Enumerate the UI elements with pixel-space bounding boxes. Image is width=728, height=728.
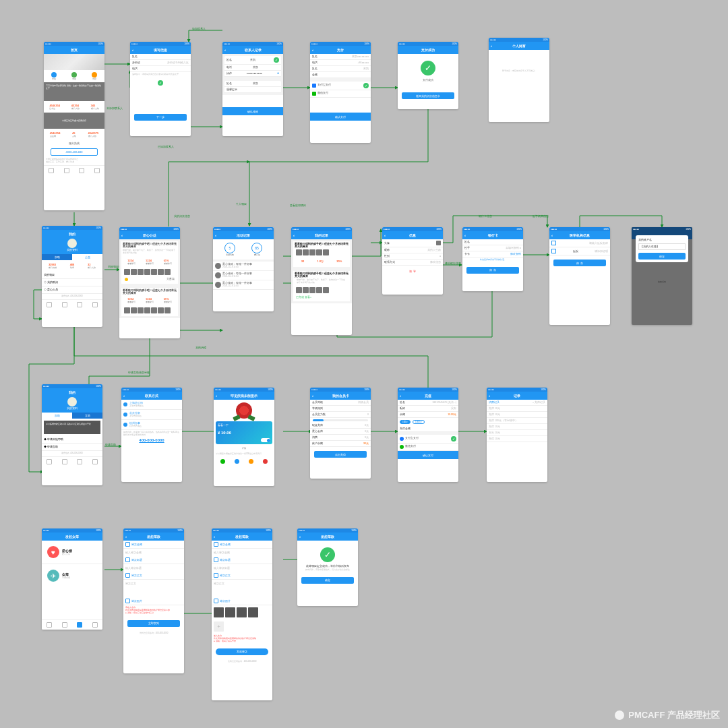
field-phone[interactable]: 电话 — [130, 66, 191, 72]
toggle[interactable] — [261, 438, 270, 442]
option-crowd[interactable]: ✈ 众筹大病众筹 — [42, 564, 102, 587]
membership-card: 看看一下 ¥ 10.00 — [216, 421, 272, 444]
plane-icon: ✈ — [47, 570, 59, 582]
heart-icon: ♥ — [47, 546, 59, 558]
author-icon — [125, 278, 128, 281]
modal-save[interactable]: 保存 — [638, 253, 686, 260]
plus-icon: ⊕ — [277, 72, 279, 75]
success-icon: ✓ — [320, 547, 335, 562]
add-photo[interactable]: + — [214, 621, 224, 632]
screen-balance: ●●●●●100% ‹个人财富 暂无信息（未获取信息于人不可差异） — [489, 38, 549, 122]
menu-people[interactable]: ◇ 爱心人员 — [42, 286, 102, 294]
nav: 首页 — [44, 46, 104, 54]
loc-icon — [123, 402, 127, 406]
share-wechat-icon[interactable] — [220, 459, 225, 464]
back-button[interactable]: 返回我的捐款信息卡 — [402, 92, 454, 99]
amount-input[interactable]: 输入筹款金额 — [123, 549, 184, 556]
pay-button[interactable]: 确认支付 — [398, 451, 458, 459]
hero-image — [44, 54, 104, 70]
screen-records: ●●●●●100% ‹记录 消费记录+ 充值记录 充值 10元 充值 10元 充… — [487, 388, 547, 482]
screen-fund-form-2: ●●●●●100% ‹发起筹款 筹款金额 输入筹款金额 筹款标题 输入筹款标题 … — [212, 528, 272, 700]
title-input[interactable]: 输入筹款标题 — [123, 564, 184, 572]
banner[interactable]: 罕见疾病未能互助中请 我的罕见互助几项显示于此 — [44, 421, 100, 434]
pen-icon — [551, 249, 556, 253]
tabbar[interactable] — [44, 165, 104, 175]
footnote: 大病互助重疾保障医疗费用援助平台独立运营、互帮互助、爱心传递 — [44, 157, 104, 165]
chip-icon[interactable] — [71, 72, 77, 78]
screen-bank: ●●●●●100% ‹银行卡 姓名 性手未填写资料 ▸ 卡号修改资料 此信息保存… — [462, 227, 523, 291]
money-icon — [125, 542, 130, 547]
screen-hospital: ●●●●●100% ‹医学机构信息 请输入医院名称 医院请添加证明 保 存 — [549, 227, 610, 325]
screen-aid: ●●●●●100% 发起众筹 ♥ 爱心捐爱心公益 ✈ 众筹大病众筹 — [42, 528, 102, 630]
share-qzone-icon[interactable] — [249, 459, 253, 464]
chip-icon[interactable] — [51, 72, 57, 78]
pay-alipay[interactable]: 支付宝支付✓ — [310, 82, 371, 90]
lbl-to-bank: 修改银行信息 — [445, 262, 461, 265]
screen-disease-detail: ●●●●●100% ‹罕见疾病未能显示 看看一下 ¥ 10.00 详情 罕见病患… — [214, 388, 274, 486]
chip-icon[interactable] — [92, 72, 97, 78]
title-icon — [125, 557, 130, 562]
ok-button[interactable]: 确定 — [301, 577, 354, 584]
logo-icon — [615, 710, 624, 720]
back-icon[interactable]: ‹ — [224, 48, 226, 52]
stats-row-2: 4546354总金额 45人数 4546575爱心人数 — [44, 129, 104, 140]
next-button[interactable]: 下一步 — [134, 114, 187, 121]
body-input[interactable]: 筹款正文 — [123, 580, 184, 597]
back-icon[interactable]: ‹ — [132, 48, 133, 52]
lbl-my-don: 我的捐赠 — [195, 346, 206, 349]
save-button[interactable]: 保 存 — [553, 260, 606, 266]
screen-fund-success: ●●●●●100% ‹发起筹款 ✓ 此筹项目提交成功，等待审核后发布 如有问题，… — [297, 528, 358, 606]
lbl-confirm: 申请互助信息审核 — [128, 371, 150, 374]
watermark: PMCAFF 产品经理社区 — [615, 709, 720, 721]
avatar[interactable] — [67, 397, 77, 406]
success-icon: ✓ — [421, 61, 435, 75]
submit-button[interactable]: 发起筹款 — [216, 648, 268, 655]
screen-pay: ●●●●●100% ‹支付 姓名黄凯●●●●●●●● 电话+86●●●●● 姓名… — [310, 42, 371, 143]
phone-btn[interactable]: 4000-408-680 — [51, 148, 98, 156]
submit-button[interactable]: 立即发到 — [127, 620, 180, 627]
logout-button[interactable]: 请 登 — [382, 266, 443, 277]
rename-modal: 我的账户名 【我的人生路】 保存 — [636, 235, 688, 262]
share-qq-icon[interactable] — [235, 459, 239, 464]
photo-icon — [125, 599, 130, 603]
share-weibo-icon[interactable] — [263, 459, 268, 464]
field-id[interactable]: 身份证身份证号码输入区 — [130, 60, 191, 66]
modal-input[interactable]: 【我的人生路】 — [638, 243, 686, 250]
lbl-view-donation: 我的捐款信息 — [174, 214, 190, 218]
phone-title: 服务热线 — [44, 140, 104, 147]
lbl-batch: 已添加联系人 — [158, 145, 174, 148]
lbl-apply: 申请互助 — [105, 443, 116, 446]
pay-wechat[interactable]: 微信支付 — [310, 90, 371, 98]
recharge-button[interactable]: 点击充值 — [314, 451, 367, 458]
lbl-personal: 个人项目 — [236, 202, 247, 206]
screen-account: ●●●●●100% ‹我的会员卡 会员等级初级会员 等级规则 会员主力数0 现金… — [310, 388, 371, 479]
lbl-bank-info: 医学机构信息 — [533, 214, 549, 218]
menu-projects[interactable]: 我的项目 — [42, 272, 102, 279]
phone-link[interactable]: 400-000-0000 — [121, 438, 182, 442]
screen-project-list: ●●●●●100% ‹爱心公益 看看能可得到的孩子吧！还差七个月后结果无关大的希… — [119, 227, 180, 338]
doc-icon — [551, 241, 556, 245]
alipay-icon — [312, 84, 316, 88]
screen-fill-info: ●●●●●100% ‹填写信息 姓名 身份证身份证号码输入区 电话 温馨提示：请… — [130, 42, 191, 136]
menu-donate[interactable]: ◇ 我的助捐 — [42, 279, 102, 286]
option-heart[interactable]: ♥ 爱心捐爱心公益 — [42, 541, 102, 564]
sub-banner[interactable]: 大病互助互帮重大疾病保障 — [44, 113, 104, 129]
confirm-button[interactable]: 确认转账 — [222, 107, 283, 115]
screen-my-projects: ●●●●●100% ‹我的记录 看看能可得到的孩子吧！还差七个月后结果无关大的希… — [291, 227, 352, 335]
screen-me-mutual: ●●●●●100% 我的 我的资料 加助互助 罕见疾病未能互助中请 我的罕见互助… — [42, 384, 102, 485]
avatar[interactable] — [67, 239, 77, 248]
banner-card[interactable]: 百万计划申请文案说明 说明：这是一段说明文字这是一段说明文字 — [44, 82, 104, 101]
pay-button[interactable]: 确认支付 — [310, 113, 371, 121]
text-icon — [125, 573, 130, 578]
lbl-add-contact: 添加联系人 — [192, 27, 206, 30]
screen-home: ●●●●●100% 首页 充值 充值 消息 百万计划申请文案说明 说明：这是一段… — [44, 42, 104, 210]
save-button[interactable]: 保 存 — [466, 267, 519, 274]
screen-contact-record: ●●●●●100% ‹联系人记录 姓名黄凯✓ 电话黄凯 操作●●●●●●●●●●… — [222, 42, 283, 136]
screen-fund-form-1: ●●●●●100% ‹发起筹款 筹款金额 输入筹款金额 筹款标题 输入筹款标题 … — [123, 528, 184, 673]
screen-modal: ●●●●●100% 我的账户名 【我的人生路】 保存 修改成功 — [632, 227, 692, 325]
screen-topup: ●●●●●100% ‹充值 姓名18012345678 (无法...) 昵称没有… — [398, 388, 458, 482]
screen-info: ●●●●●100% ‹信息 头像 昵称我的人生路 性别● 联系方式修改信息 请 … — [382, 227, 443, 295]
stats-row: 4546354总充值 45354爱心人数 345爱心人数 — [44, 101, 104, 113]
field-name[interactable]: 姓名 — [130, 54, 191, 60]
screen-track: ●●●●●100% ‹活动记录 5活动天数 85爱心值 爱心转账：每做一件好事2… — [213, 227, 274, 311]
